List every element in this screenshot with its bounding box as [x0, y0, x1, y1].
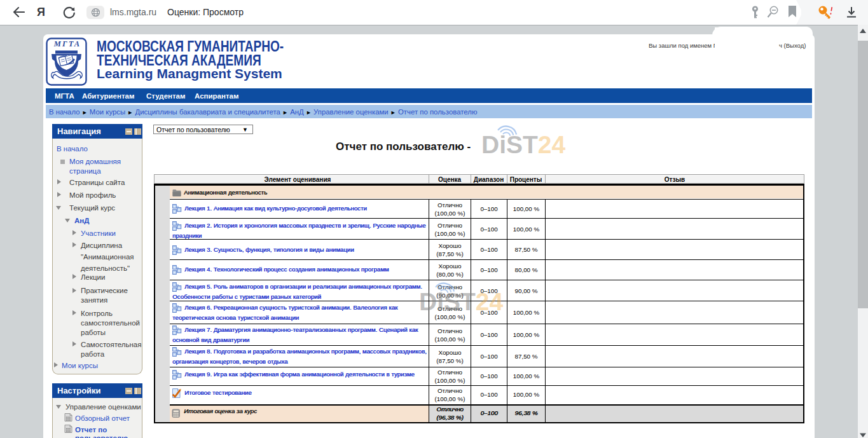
- svg-text:МГТА: МГТА: [53, 39, 81, 48]
